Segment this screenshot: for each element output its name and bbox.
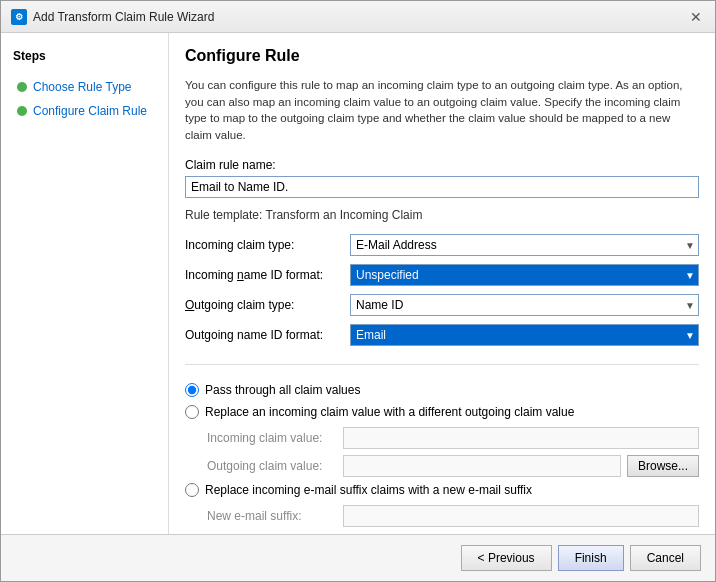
radio-item-pass-through: Pass through all claim values bbox=[185, 383, 699, 397]
new-email-suffix-label: New e-mail suffix: bbox=[207, 509, 337, 523]
close-button[interactable]: ✕ bbox=[687, 8, 705, 26]
replace-claim-value-fields: Incoming claim value: Outgoing claim val… bbox=[207, 427, 699, 477]
outgoing-name-id-wrapper: Email ▼ bbox=[350, 324, 699, 346]
incoming-name-id-wrapper: Unspecified ▼ bbox=[350, 264, 699, 286]
sidebar-item-label-choose-rule-type: Choose Rule Type bbox=[33, 80, 132, 94]
incoming-name-id-row: Incoming name ID format: Unspecified ▼ bbox=[185, 264, 699, 286]
step-dot-1 bbox=[17, 82, 27, 92]
radio-replace-claim-value[interactable] bbox=[185, 405, 199, 419]
incoming-claim-value-input[interactable] bbox=[343, 427, 699, 449]
incoming-name-id-select[interactable]: Unspecified bbox=[350, 264, 699, 286]
incoming-claim-type-wrapper: E-Mail Address ▼ bbox=[350, 234, 699, 256]
sidebar-item-choose-rule-type[interactable]: Choose Rule Type bbox=[13, 77, 156, 97]
claim-rule-name-label: Claim rule name: bbox=[185, 158, 699, 172]
claim-rule-name-group: Claim rule name: bbox=[185, 158, 699, 198]
wizard-window: ⚙ Add Transform Claim Rule Wizard ✕ Step… bbox=[0, 0, 716, 582]
steps-label: Steps bbox=[13, 49, 156, 63]
replace-email-suffix-fields: New e-mail suffix: Example: fabrikam.com bbox=[207, 505, 699, 534]
outgoing-claim-type-row: Outgoing claim type: Name ID ▼ bbox=[185, 294, 699, 316]
incoming-claim-type-select[interactable]: E-Mail Address bbox=[350, 234, 699, 256]
window-icon: ⚙ bbox=[11, 9, 27, 25]
sidebar: Steps Choose Rule Type Configure Claim R… bbox=[1, 33, 169, 534]
incoming-name-id-label: Incoming name ID format: bbox=[185, 268, 350, 282]
description-text: You can configure this rule to map an in… bbox=[185, 77, 699, 144]
cancel-button[interactable]: Cancel bbox=[630, 545, 701, 571]
previous-button[interactable]: < Previous bbox=[461, 545, 552, 571]
new-email-suffix-input[interactable] bbox=[343, 505, 699, 527]
footer: < Previous Finish Cancel bbox=[1, 534, 715, 581]
radio-group: Pass through all claim values Replace an… bbox=[185, 383, 699, 534]
radio-label-pass-through: Pass through all claim values bbox=[205, 383, 360, 397]
incoming-claim-type-label: Incoming claim type: bbox=[185, 238, 350, 252]
outgoing-name-id-label: Outgoing name ID format: bbox=[185, 328, 350, 342]
main-panel: Configure Rule You can configure this ru… bbox=[169, 33, 715, 534]
outgoing-name-id-row: Outgoing name ID format: Email ▼ bbox=[185, 324, 699, 346]
rule-template-value: Transform an Incoming Claim bbox=[266, 208, 423, 222]
outgoing-claim-type-select[interactable]: Name ID bbox=[350, 294, 699, 316]
title-bar-left: ⚙ Add Transform Claim Rule Wizard bbox=[11, 9, 214, 25]
incoming-claim-value-row: Incoming claim value: bbox=[207, 427, 699, 449]
radio-replace-email-suffix[interactable] bbox=[185, 483, 199, 497]
outgoing-claim-value-row: Outgoing claim value: Browse... bbox=[207, 455, 699, 477]
outgoing-claim-type-wrapper: Name ID ▼ bbox=[350, 294, 699, 316]
window-title: Add Transform Claim Rule Wizard bbox=[33, 10, 214, 24]
radio-label-replace-claim-value: Replace an incoming claim value with a d… bbox=[205, 405, 574, 419]
radio-label-replace-email-suffix: Replace incoming e-mail suffix claims wi… bbox=[205, 483, 532, 497]
outgoing-claim-value-input[interactable] bbox=[343, 455, 621, 477]
divider bbox=[185, 364, 699, 365]
claim-rule-name-input[interactable] bbox=[185, 176, 699, 198]
new-email-suffix-row: New e-mail suffix: bbox=[207, 505, 699, 527]
rule-template-line: Rule template: Transform an Incoming Cla… bbox=[185, 208, 699, 222]
step-dot-2 bbox=[17, 106, 27, 116]
outgoing-name-id-select[interactable]: Email bbox=[350, 324, 699, 346]
browse-button[interactable]: Browse... bbox=[627, 455, 699, 477]
content-area: Steps Choose Rule Type Configure Claim R… bbox=[1, 33, 715, 534]
radio-item-replace-claim-value: Replace an incoming claim value with a d… bbox=[185, 405, 699, 419]
sidebar-item-configure-claim-rule[interactable]: Configure Claim Rule bbox=[13, 101, 156, 121]
incoming-claim-type-row: Incoming claim type: E-Mail Address ▼ bbox=[185, 234, 699, 256]
radio-pass-through[interactable] bbox=[185, 383, 199, 397]
page-title: Configure Rule bbox=[185, 47, 699, 65]
radio-item-replace-email-suffix: Replace incoming e-mail suffix claims wi… bbox=[185, 483, 699, 497]
incoming-claim-value-label: Incoming claim value: bbox=[207, 431, 337, 445]
rule-template-label: Rule template: bbox=[185, 208, 262, 222]
outgoing-claim-value-label: Outgoing claim value: bbox=[207, 459, 337, 473]
outgoing-claim-type-label: Outgoing claim type: bbox=[185, 298, 350, 312]
sidebar-item-label-configure-claim-rule: Configure Claim Rule bbox=[33, 104, 147, 118]
title-bar: ⚙ Add Transform Claim Rule Wizard ✕ bbox=[1, 1, 715, 33]
finish-button[interactable]: Finish bbox=[558, 545, 624, 571]
